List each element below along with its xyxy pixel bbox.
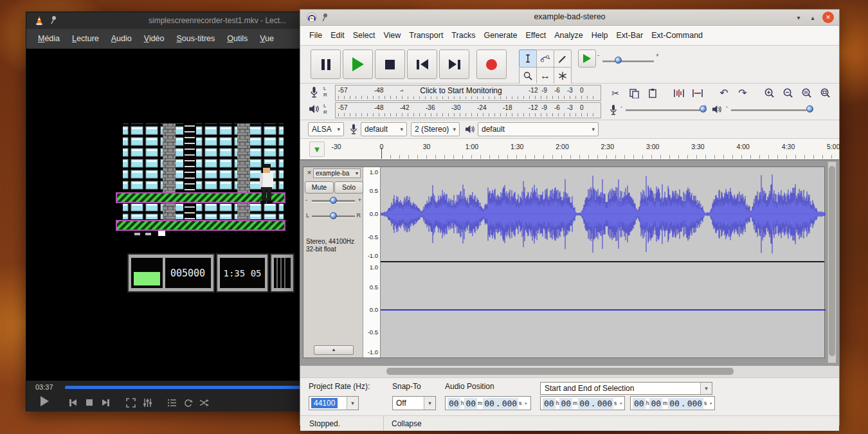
pause-button[interactable] <box>311 50 341 79</box>
stop-button[interactable] <box>83 396 96 409</box>
silence-audio-button[interactable] <box>690 86 705 100</box>
menu-file[interactable]: File <box>309 31 322 40</box>
fit-project-button[interactable] <box>817 86 833 100</box>
slider-thumb[interactable] <box>330 197 337 204</box>
playback-meter-bar[interactable]: -57-48-42-36-30-24-18-12-9-6-30 <box>335 102 601 118</box>
fullscreen-button[interactable] <box>124 396 137 409</box>
multi-tool-button[interactable] <box>554 67 572 85</box>
menu-analyze[interactable]: Analyze <box>554 31 583 40</box>
previous-button[interactable] <box>66 396 79 409</box>
menu-generate[interactable]: Generate <box>484 31 517 40</box>
pinned-play-head-button[interactable]: ▼ <box>309 141 325 157</box>
snap-to-combo[interactable]: Off ▾ <box>392 396 436 410</box>
selection-start-field[interactable]: 00h 00m 00.000s ▾ <box>540 396 625 410</box>
vlc-menu-audio[interactable]: Audio <box>111 34 132 43</box>
vlc-menu-view[interactable]: Vue <box>260 34 274 43</box>
project-rate-combo[interactable]: 44100 ▾ <box>309 396 359 410</box>
play-at-speed-button[interactable] <box>578 50 596 68</box>
chevron-down-icon[interactable]: ▾ <box>347 397 358 410</box>
spinner-icon[interactable]: ▾ <box>524 401 527 406</box>
recording-meter-bar[interactable]: -57-48-42-36-30-24-18-12-9-6-30 Click to… <box>335 85 601 101</box>
chevron-down-icon[interactable]: ▾ <box>424 397 435 410</box>
time-shift-tool-button[interactable]: ↔ <box>536 67 554 85</box>
mute-button[interactable]: Mute <box>305 181 334 194</box>
scrollbar-thumb[interactable] <box>386 368 734 375</box>
trim-audio-button[interactable] <box>671 86 687 100</box>
scrollbar-thumb[interactable] <box>829 166 835 356</box>
audio-position-field[interactable]: 00h 00m 00.000s ▾ <box>445 396 531 410</box>
play-speed-slider[interactable]: - + <box>597 56 659 66</box>
spinner-icon[interactable]: ▾ <box>619 401 622 406</box>
vlc-menu-tools[interactable]: Outils <box>227 34 248 43</box>
skip-to-end-button[interactable] <box>439 50 469 79</box>
fit-selection-button[interactable] <box>799 86 814 100</box>
monitoring-overlay-text[interactable]: Click to Start Monitoring <box>403 86 519 96</box>
skip-to-start-button[interactable] <box>407 50 437 79</box>
vlc-menu-video[interactable]: Vidéo <box>144 34 165 43</box>
selection-mode-combo[interactable]: Start and End of Selection ▾ <box>540 382 712 395</box>
slider-thumb[interactable] <box>615 57 622 64</box>
envelope-tool-button[interactable] <box>536 50 554 68</box>
spinner-icon[interactable]: ▾ <box>709 401 712 406</box>
vertical-ruler[interactable]: 1.00.50.0-0.5-1.01.00.50.0-0.5-1.0 <box>363 167 381 357</box>
chevron-down-icon[interactable]: ▾ <box>700 383 712 394</box>
menu-effect[interactable]: Effect <box>526 31 547 40</box>
recording-meter[interactable]: LR -57-48-42-36-30-24-18-12-9-6-30 Click… <box>304 84 600 102</box>
menu-ext-command[interactable]: Ext-Command <box>651 31 703 40</box>
track-close-button[interactable]: × <box>305 168 313 176</box>
slider-thumb[interactable] <box>330 212 337 219</box>
waveform-channel-2[interactable] <box>381 262 826 357</box>
next-button[interactable] <box>99 396 112 409</box>
maximize-button[interactable]: ▴ <box>807 12 818 23</box>
menu-tracks[interactable]: Tracks <box>451 31 475 40</box>
menu-view[interactable]: View <box>383 31 401 40</box>
play-button[interactable] <box>38 395 51 408</box>
waveform-display[interactable] <box>381 167 824 357</box>
waveform-channel-1[interactable] <box>381 167 826 261</box>
redo-button[interactable]: ↷ <box>735 86 750 100</box>
menu-edit[interactable]: Edit <box>330 31 345 40</box>
menu-select[interactable]: Select <box>353 31 375 40</box>
pin-icon[interactable] <box>50 15 57 24</box>
recording-channels-combo[interactable]: 2 (Stereo)▾ <box>411 122 460 136</box>
menu-ext-bar[interactable]: Ext-Bar <box>616 31 643 40</box>
play-button[interactable] <box>343 50 373 79</box>
playback-meter[interactable]: LR -57-48-42-36-30-24-18-12-9-6-30 <box>304 102 600 119</box>
audacity-titlebar[interactable]: example-bad-stereo ▾ ▴ × <box>300 10 839 26</box>
playback-volume-slider[interactable]: - + <box>726 105 811 115</box>
stop-button[interactable] <box>375 50 405 79</box>
audio-host-combo[interactable]: ALSA▾ <box>308 122 344 136</box>
collapse-track-button[interactable]: ▲ <box>314 345 354 355</box>
selection-end-field[interactable]: 00h 00m 00.000s ▾ <box>630 396 715 410</box>
recording-device-combo[interactable]: default▾ <box>361 122 407 136</box>
record-button[interactable] <box>476 50 507 79</box>
selection-tool-button[interactable] <box>519 50 537 68</box>
pan-slider[interactable]: L R <box>305 211 362 221</box>
vlc-menu-media[interactable]: Média <box>38 34 60 43</box>
timeline-ruler[interactable]: ▼ -300301:001:302:002:303:003:304:004:30… <box>300 139 839 160</box>
horizontal-scrollbar[interactable] <box>300 366 839 378</box>
cut-button[interactable]: ✂ <box>608 86 623 100</box>
paste-button[interactable] <box>645 86 660 100</box>
copy-button[interactable] <box>626 86 642 100</box>
gain-slider[interactable]: - + <box>305 195 362 206</box>
zoom-out-button[interactable] <box>780 86 795 100</box>
playback-device-combo[interactable]: default▾ <box>478 122 599 136</box>
zoom-tool-button[interactable] <box>519 67 537 85</box>
undo-button[interactable]: ↶ <box>716 86 732 100</box>
slider-thumb[interactable] <box>806 105 813 113</box>
vlc-menu-subtitles[interactable]: Sous-titres <box>177 34 215 43</box>
solo-button[interactable]: Solo <box>334 181 363 194</box>
close-button[interactable]: × <box>822 12 834 23</box>
loop-button[interactable] <box>181 396 194 409</box>
draw-tool-button[interactable] <box>554 50 572 68</box>
vertical-scrollbar[interactable] <box>827 161 836 363</box>
track-name-menu[interactable]: example-ba▾ <box>313 168 361 178</box>
shuffle-button[interactable] <box>197 396 210 409</box>
minimize-button[interactable]: ▾ <box>793 12 804 23</box>
zoom-in-button[interactable] <box>761 86 777 100</box>
slider-thumb[interactable] <box>700 105 707 113</box>
recording-volume-slider[interactable]: - + <box>620 105 707 115</box>
menu-transport[interactable]: Transport <box>409 31 443 40</box>
playlist-button[interactable] <box>165 396 178 409</box>
